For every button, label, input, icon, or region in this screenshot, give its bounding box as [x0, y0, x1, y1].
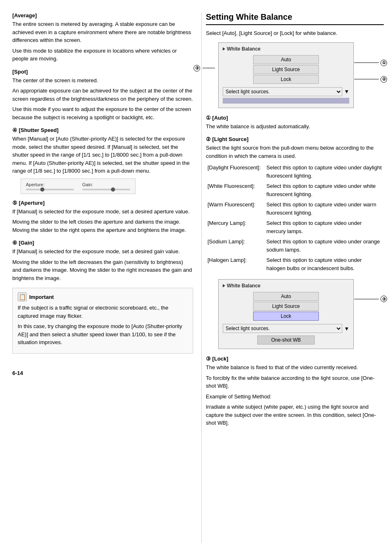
intro-text: Select [Auto], [Light Source] or [Lock] …	[206, 29, 384, 37]
callout-3-top: ③	[194, 65, 200, 72]
light-source-row: [Sodium Lamp]:Select this option to capt…	[206, 236, 384, 255]
aperture-label: Aperture:	[26, 182, 74, 187]
lightsource-desc1: Select the light source from the pull-do…	[206, 144, 384, 160]
spot-p1: The center of the screen is metered.	[12, 76, 193, 85]
light-source-desc: Select this option to capture video unde…	[265, 181, 384, 199]
aperture-heading-text: [Aperture]	[19, 200, 45, 206]
wb-note-bar-1	[223, 98, 349, 104]
aperture-p2: Moving the slider to the left closes the…	[12, 218, 193, 234]
gain-p2: Moving the slider to the left decreases …	[12, 258, 193, 282]
wb-panel2-title-text: White Balance	[227, 283, 261, 289]
important-box: 📋 Important If the subject is a traffic …	[12, 288, 193, 354]
wb2-auto-btn[interactable]: Auto	[253, 292, 319, 301]
light-source-row: [Mercury Lamp]:Select this option to cap…	[206, 218, 384, 236]
wb2-lightsource-btn[interactable]: Light Source	[253, 302, 319, 311]
light-source-label: [White Fluorescent]:	[206, 181, 265, 199]
callout-3: ③	[380, 296, 387, 302]
shutter-p1: When [Manual] or [Auto (Shutter-priority…	[12, 135, 193, 175]
wb-lightsource-btn[interactable]: Light Source	[253, 65, 319, 74]
wb-panel-2: White Balance Auto Light Source Lock Sel…	[218, 279, 354, 349]
oneshot-wb-btn[interactable]: One-shot WB	[257, 335, 315, 345]
wb-select-2[interactable]: Select light sources.	[223, 324, 342, 333]
triangle-icon	[223, 47, 225, 51]
spot-p2: An appropriate exposure can be achieved …	[12, 87, 193, 103]
shutter-heading-text: [Shutter Speed]	[19, 127, 59, 133]
lightsource-heading: ② [Light Source]	[206, 136, 384, 142]
page-number: 6-14	[12, 370, 193, 376]
aperture-heading: ⑤ [Aperture]	[12, 200, 193, 206]
average-p2: Use this mode to stabilize the exposure …	[12, 47, 193, 63]
light-source-label: [Sodium Lamp]:	[206, 236, 265, 255]
spot-p3: Use this mode if you want to adjust the …	[12, 105, 193, 121]
shutter-heading: ④ [Shutter Speed]	[12, 127, 193, 133]
light-source-desc: Select this option to capture video unde…	[265, 162, 384, 181]
light-source-label: [Mercury Lamp]:	[206, 218, 265, 236]
dropdown-arrow-icon: ▼	[344, 88, 349, 95]
triangle-icon-2	[223, 284, 225, 287]
auto-heading: ① [Auto]	[206, 115, 384, 121]
gain-num: ⑥	[12, 240, 17, 246]
important-title-text: Important	[29, 294, 54, 300]
section-title: Setting White Balance	[206, 12, 384, 25]
light-source-desc: Select this option to capture video unde…	[265, 218, 384, 236]
lock-p1: The white balance is fixed to that of th…	[206, 363, 384, 372]
gain-heading: ⑥ [Gain]	[12, 240, 193, 246]
light-source-row: [Halogen Lamp]:Select this option to cap…	[206, 255, 384, 273]
dropdown-arrow-icon-2: ▼	[344, 326, 349, 332]
aperture-num: ⑤	[12, 200, 17, 206]
auto-desc: The white balance is adjusted automatica…	[206, 123, 384, 131]
wb-auto-btn[interactable]: Auto	[253, 55, 319, 64]
lock-p3: Example of Setting Method:	[206, 393, 384, 401]
important-icon: 📋	[18, 292, 27, 301]
light-source-row: [White Fluorescent]:Select this option t…	[206, 181, 384, 199]
aperture-slider[interactable]	[26, 189, 74, 190]
light-source-desc: Select this option to capture video unde…	[265, 199, 384, 218]
wb-panel-1: White Balance Auto Light Source Lock Sel…	[218, 42, 354, 108]
wb2-lock-btn[interactable]: Lock	[253, 312, 319, 321]
lock-heading: ③ [Lock]	[206, 356, 384, 362]
light-source-row: [Warm Fluorescent]:Select this option to…	[206, 199, 384, 218]
wb-panel-title-text: White Balance	[227, 46, 261, 52]
wb-lock-btn[interactable]: Lock	[253, 75, 319, 84]
gain-label: Gain:	[82, 182, 130, 187]
gain-heading-text: [Gain]	[19, 240, 35, 246]
average-p1: The entire screen is metered by averagin…	[12, 20, 193, 44]
gain-slider[interactable]	[82, 189, 130, 190]
light-source-desc: Select this option to capture video unde…	[265, 255, 384, 273]
aperture-p1: If [Manual] is selected for the exposure…	[12, 208, 193, 216]
callout-1: ①	[380, 60, 387, 66]
wb-select-1[interactable]: Select light sources.	[223, 87, 342, 96]
aperture-gain-panel: Aperture: Gain:	[21, 178, 136, 194]
light-source-label: [Daylight Fluorescent]:	[206, 162, 265, 181]
shutter-num: ④	[12, 127, 17, 133]
wb-button-group-1: Auto Light Source Lock	[223, 55, 349, 84]
light-sources-table: [Daylight Fluorescent]:Select this optio…	[206, 162, 384, 273]
light-source-desc: Select this option to capture video unde…	[265, 236, 384, 255]
lock-p4: Irradiate a white subject (white paper, …	[206, 403, 384, 427]
light-source-label: [Warm Fluorescent]:	[206, 199, 265, 218]
spot-heading: [Spot]	[12, 69, 193, 75]
important-p1: If the subject is a traffic signal or el…	[18, 304, 188, 320]
important-p2: In this case, try changing the exposure …	[18, 322, 188, 347]
average-heading: [Average]	[12, 12, 193, 18]
light-source-row: [Daylight Fluorescent]:Select this optio…	[206, 162, 384, 181]
light-source-label: [Halogen Lamp]:	[206, 255, 265, 273]
lock-p2: To forcibly fix the white balance accord…	[206, 374, 384, 390]
gain-p1: If [Manual] is selected for the exposure…	[12, 247, 193, 256]
wb-button-group-2: Auto Light Source Lock	[223, 292, 349, 321]
callout-2: ②	[380, 76, 387, 83]
